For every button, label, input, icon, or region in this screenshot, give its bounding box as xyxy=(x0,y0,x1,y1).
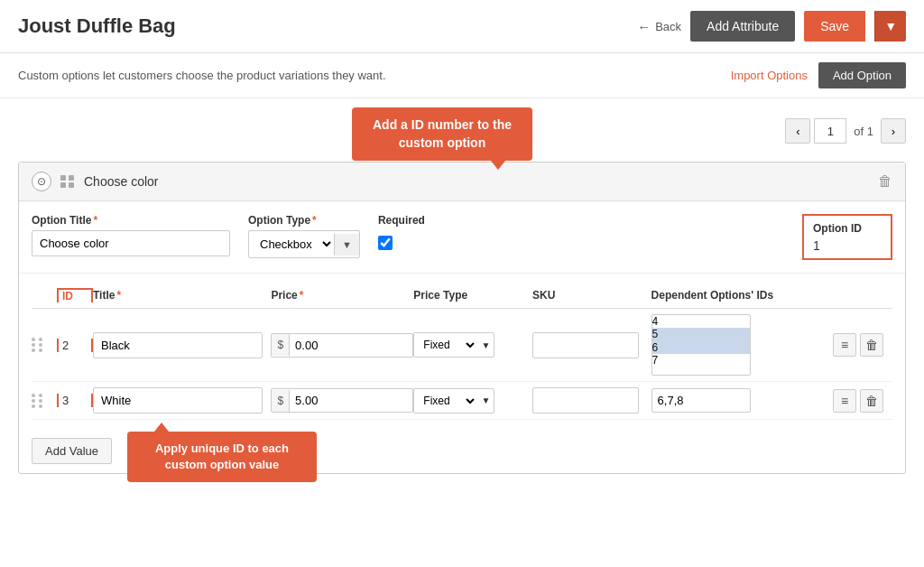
option-title: Choose color xyxy=(84,174,159,189)
add-attribute-button[interactable]: Add Attribute xyxy=(690,11,795,42)
col-header-dep: Dependent Options' IDs xyxy=(651,289,829,302)
row-title-input-1[interactable] xyxy=(93,332,263,358)
option-collapse-button[interactable]: ⊙ xyxy=(32,172,51,191)
row-price-type-1: Fixed ▼ xyxy=(413,332,532,358)
content-area: Add a ID number to the custom option ‹ 1… xyxy=(0,98,924,488)
row-sku-1 xyxy=(532,332,651,358)
required-checkbox[interactable] xyxy=(378,236,393,250)
col-header-title: Title* xyxy=(93,289,271,302)
row-delete-button-1[interactable]: 🗑 xyxy=(860,333,883,357)
row-drag-handle[interactable] xyxy=(32,338,57,352)
col-header-sku: SKU xyxy=(532,289,651,302)
pagination: ‹ 1 of 1 › xyxy=(785,118,906,144)
sku-input-2[interactable] xyxy=(532,387,639,414)
option-title-field: Option Title* xyxy=(32,214,230,256)
add-value-area: Add Value Apply unique ID to each custom… xyxy=(19,429,905,473)
pagination-total: of 1 xyxy=(850,125,877,138)
price-field-2[interactable] xyxy=(290,389,362,412)
table-row: 2 $ Fixed ▼ xyxy=(32,309,892,382)
pagination-next-button[interactable]: › xyxy=(881,118,906,144)
row-price-2: $ xyxy=(271,388,413,413)
tooltip-unique-id: Apply unique ID to each custom option va… xyxy=(127,432,317,482)
values-table: ID Title* Price* Price Type SKU Dependen… xyxy=(19,274,905,429)
option-type-select[interactable]: Checkbox xyxy=(249,231,334,257)
add-option-button[interactable]: Add Option xyxy=(818,62,906,88)
col-header-id: ID xyxy=(57,288,93,302)
values-table-header: ID Title* Price* Price Type SKU Dependen… xyxy=(32,283,892,309)
required-label: Required xyxy=(378,214,425,227)
row-id-2: 3 xyxy=(57,394,93,407)
save-button[interactable]: Save xyxy=(804,11,865,42)
price-symbol-1: $ xyxy=(272,334,290,356)
page-header: Joust Duffle Bag ← Back Add Attribute Sa… xyxy=(0,0,924,53)
price-input-wrap-2: $ xyxy=(271,388,413,413)
price-type-arrow-icon-1: ▼ xyxy=(477,340,494,350)
row-sku-2 xyxy=(532,387,651,414)
dep-select-1[interactable]: 4 5 6 7 xyxy=(651,314,751,376)
import-options-link[interactable]: Import Options xyxy=(731,69,808,82)
subheader: Custom options let customers choose the … xyxy=(0,53,924,98)
row-reorder-button-1[interactable]: ≡ xyxy=(833,333,856,357)
page-title: Joust Duffle Bag xyxy=(18,14,176,38)
price-type-arrow-icon-2: ▼ xyxy=(477,395,494,405)
option-type-label: Option Type* xyxy=(248,214,360,227)
row-delete-button-2[interactable]: 🗑 xyxy=(860,389,883,413)
option-title-label: Option Title* xyxy=(32,214,230,227)
row-drag-handle-2[interactable] xyxy=(32,394,57,408)
save-dropdown-button[interactable]: ▼ xyxy=(874,11,906,42)
price-field-1[interactable] xyxy=(290,334,362,357)
sku-input-1[interactable] xyxy=(532,332,639,358)
price-input-wrap-1: $ xyxy=(271,333,413,358)
option-id-value: 1 xyxy=(813,238,882,253)
pagination-prev-button[interactable]: ‹ xyxy=(785,118,810,144)
option-id-field: Option ID 1 xyxy=(802,214,892,260)
subheader-actions: Import Options Add Option xyxy=(731,62,906,88)
option-drag-handle[interactable] xyxy=(60,175,75,188)
price-symbol-2: $ xyxy=(272,390,290,412)
col-header-price-type: Price Type xyxy=(413,289,532,302)
col-header-price: Price* xyxy=(271,289,413,302)
row-actions-1: ≡ 🗑 xyxy=(829,333,892,357)
pagination-current: 1 xyxy=(814,118,846,144)
option-id-label: Option ID xyxy=(813,222,862,235)
back-label: Back xyxy=(655,20,681,33)
subheader-description: Custom options let customers choose the … xyxy=(18,69,386,82)
row-title-2 xyxy=(93,387,271,414)
price-type-select-2[interactable]: Fixed xyxy=(414,389,477,413)
header-actions: ← Back Add Attribute Save ▼ xyxy=(637,11,906,42)
row-dep-2 xyxy=(651,388,829,413)
row-price-type-2: Fixed ▼ xyxy=(413,388,532,414)
row-title-1 xyxy=(93,332,271,358)
option-title-input[interactable] xyxy=(32,230,230,256)
option-id-box: Option ID 1 xyxy=(802,214,892,260)
required-field: Required xyxy=(378,214,425,250)
option-type-dropdown-icon: ▼ xyxy=(334,234,359,256)
price-type-wrap-2: Fixed ▼ xyxy=(413,388,494,414)
price-type-select-1[interactable]: Fixed xyxy=(414,333,477,357)
row-price-1: $ xyxy=(271,333,413,358)
table-row: 3 $ Fixed ▼ xyxy=(32,382,892,420)
dep-text-input-2[interactable] xyxy=(651,388,751,413)
row-title-input-2[interactable] xyxy=(93,387,263,414)
row-dep-1: 4 5 6 7 xyxy=(651,314,829,376)
option-block: ⊙ Choose color 🗑 Option Title* xyxy=(18,162,906,474)
option-header-left: ⊙ Choose color xyxy=(32,172,159,191)
price-type-wrap-1: Fixed ▼ xyxy=(413,332,494,358)
row-id-1: 2 xyxy=(57,339,93,352)
option-fields: Option Title* Option Type* Checkbox ▼ xyxy=(19,201,905,274)
option-type-select-wrap: Checkbox ▼ xyxy=(248,230,360,258)
row-reorder-button-2[interactable]: ≡ xyxy=(833,389,856,413)
back-arrow-icon: ← xyxy=(637,19,651,34)
option-block-header: ⊙ Choose color 🗑 xyxy=(19,163,905,201)
add-value-button[interactable]: Add Value xyxy=(32,438,112,464)
back-link[interactable]: ← Back xyxy=(637,19,681,34)
option-delete-button[interactable]: 🗑 xyxy=(878,173,892,190)
option-type-field: Option Type* Checkbox ▼ xyxy=(248,214,360,258)
row-actions-2: ≡ 🗑 xyxy=(829,389,892,413)
tooltip-add-id: Add a ID number to the custom option xyxy=(352,107,532,161)
